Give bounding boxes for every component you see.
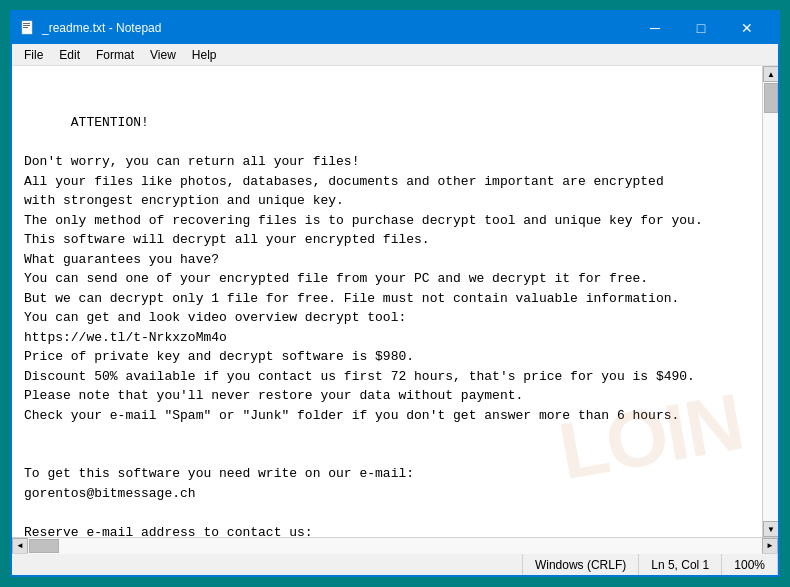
svg-rect-3: [23, 27, 28, 28]
status-zoom: 100%: [722, 554, 778, 575]
scroll-track-horizontal[interactable]: [28, 538, 762, 554]
scroll-up-button[interactable]: ▲: [763, 66, 778, 82]
svg-rect-2: [23, 25, 30, 26]
maximize-button[interactable]: □: [678, 12, 724, 44]
app-icon: [20, 20, 36, 36]
scroll-track-vertical[interactable]: [763, 82, 778, 521]
menu-file[interactable]: File: [16, 46, 51, 64]
scroll-down-button[interactable]: ▼: [763, 521, 778, 537]
minimize-button[interactable]: ─: [632, 12, 678, 44]
text-editor[interactable]: LOIN ATTENTION! Don't worry, you can ret…: [12, 66, 762, 537]
horizontal-scrollbar[interactable]: ◄ ►: [12, 537, 778, 553]
vertical-scrollbar[interactable]: ▲ ▼: [762, 66, 778, 537]
window-controls: ─ □ ✕: [632, 12, 770, 44]
menu-view[interactable]: View: [142, 46, 184, 64]
menu-format[interactable]: Format: [88, 46, 142, 64]
menu-bar: File Edit Format View Help: [12, 44, 778, 66]
status-encoding: Windows (CRLF): [523, 554, 639, 575]
menu-help[interactable]: Help: [184, 46, 225, 64]
scroll-left-button[interactable]: ◄: [12, 538, 28, 554]
status-bar: Windows (CRLF) Ln 5, Col 1 100%: [12, 553, 778, 575]
menu-edit[interactable]: Edit: [51, 46, 88, 64]
scroll-thumb-horizontal[interactable]: [29, 539, 59, 553]
window-title: _readme.txt - Notepad: [42, 21, 632, 35]
scroll-right-button[interactable]: ►: [762, 538, 778, 554]
scroll-thumb-vertical[interactable]: [764, 83, 778, 113]
close-button[interactable]: ✕: [724, 12, 770, 44]
document-text: ATTENTION! Don't worry, you can return a…: [24, 115, 703, 537]
status-empty: [12, 554, 523, 575]
watermark: LOIN: [550, 362, 751, 512]
notepad-window: _readme.txt - Notepad ─ □ ✕ File Edit Fo…: [10, 10, 780, 577]
title-bar: _readme.txt - Notepad ─ □ ✕: [12, 12, 778, 44]
status-position: Ln 5, Col 1: [639, 554, 722, 575]
svg-rect-1: [23, 23, 30, 24]
content-area: LOIN ATTENTION! Don't worry, you can ret…: [12, 66, 778, 537]
